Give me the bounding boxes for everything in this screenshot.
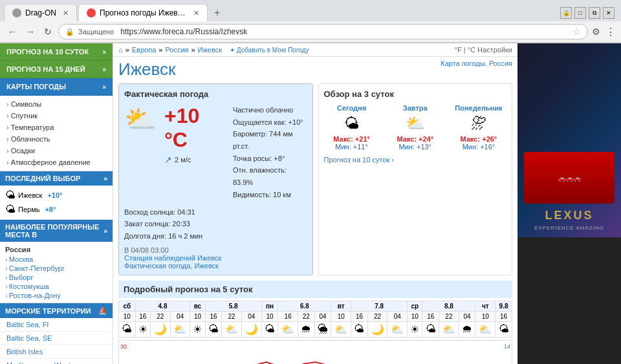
units-selector[interactable]: °F | °C Настройки [455,46,512,54]
breadcrumb-europe[interactable]: Европа [132,46,157,54]
sun-info: Восход солнца: 04:31 Закат солнца: 20:33… [124,206,307,242]
right-advertisement: 🚗🚗🚗 LEXUS EXPERIENCE AMAZING [518,43,621,364]
wi21: ⛅ [475,321,496,337]
overview-title: Обзор на 3 суток [324,89,507,99]
address-bar[interactable]: 🔒 Защищено https://www.foreca.ru/Russia/… [58,24,588,39]
forecast-15-button[interactable]: ПРОГНОЗ НА 15 ДНЕЙ » [0,61,113,78]
sidebar-item-clouds[interactable]: Облачность [0,133,113,145]
sidebar-item-temperature[interactable]: Температура [0,122,113,133]
day-tomorrow-max: Макс: +24° [387,135,443,143]
overview-panel: Обзор на 3 суток Сегодня 🌤 Макс: +21° Ми… [318,83,513,275]
chart-label-30: 30 [120,343,127,350]
chart-label-14: 14 [504,343,510,350]
maps-items-section: Символы Спутник Температура Облачность О… [0,96,113,171]
forecast-10-arrow: » [102,48,106,56]
popular-item-vyborg[interactable]: Выборг [5,273,107,282]
h1: 10 [119,311,136,321]
add-to-my-weather[interactable]: ✦ Добавить в Мою Погоду [230,47,309,54]
tab-drag-on-title: Drag-ON [25,8,56,17]
page-wrapper: ПРОГНОЗ НА 10 СУТОК » ПРОГНОЗ НА 15 ДНЕЙ… [0,43,621,364]
detailed-title: Подробный прогноз на 5 суток [118,281,512,298]
day-tue: вт [331,301,351,311]
overview-day-today: Сегодня 🌤 Макс: +21° Мин: +11° [324,104,380,151]
overview-day-monday: Понедельник ⛈ Макс: +26° Мин: +16° [451,104,507,151]
address-text[interactable]: https://www.foreca.ru/Russia/Izhevsk [120,27,569,36]
wind-display: ↗ 2 м/с [164,155,225,165]
h20: 04 [459,311,475,321]
back-button[interactable]: ← [5,25,19,38]
h17: 10 [408,311,422,321]
marine-item-baltic-fi[interactable]: Baltic Sea, FI [0,318,113,332]
breadcrumb-sep3: » [191,46,195,54]
extensions-icon[interactable]: ⚙ [592,27,600,37]
current-weather-panel: Фактическая погода ⛅ +10 °C ↗ 2 м/с Част… [118,83,313,275]
condition: Частично облачно [233,104,307,116]
marine-item-mediterranean[interactable]: Mediterranean West [0,359,113,364]
h3: 22 [151,311,171,321]
close-button[interactable]: ✕ [603,7,615,19]
wi5: ☀ [190,321,205,337]
h5: 10 [190,311,205,321]
visibility: Видимость: 10 км [233,189,307,201]
recent-item-perm[interactable]: 🌤 Пермь +8° [5,202,107,217]
perm-weather-icon: 🌤 [5,204,16,215]
current-weather-title: Фактическая погода [124,89,307,99]
h8: 04 [241,311,261,321]
window-controls: 🔒 □ ⧉ ✕ [558,5,617,21]
popular-item-rostov[interactable]: Ростов-на-Дону [5,291,107,300]
wi18: 🌤 [422,321,439,337]
sidebar-item-symbols[interactable]: Символы [0,98,113,110]
tab-drag-on[interactable]: Drag-ON ✕ [4,4,77,21]
main-content: ⌂ » Европа » Россия » Ижевск ✦ Добавить … [113,43,518,364]
lexus-ad[interactable]: 🚗🚗🚗 LEXUS EXPERIENCE AMAZING [518,43,621,237]
station-link[interactable]: Фактическая погода, Ижевск [124,262,219,270]
breadcrumb-russia[interactable]: Россия [165,46,188,54]
minimize-button[interactable]: 🔒 [560,7,572,19]
popular-item-kostomuksha[interactable]: Костомукша [5,282,107,291]
new-tab-button[interactable]: + [209,5,225,21]
restore-button[interactable]: □ [574,7,586,19]
h14: 16 [351,311,368,321]
tab-foreca-close[interactable]: ✕ [193,9,199,17]
marine-item-british-isles[interactable]: British Isles [0,345,113,359]
recent-item-izhevsk[interactable]: 🌤 Ижевск +10° [5,188,107,202]
reload-button[interactable]: ↻ [41,25,54,38]
tab-foreca[interactable]: Прогноз погоды Ижевс... ✕ [78,4,208,21]
h4: 04 [170,311,190,321]
sidebar-item-pressure[interactable]: Атмосферное давление [0,156,113,168]
breadcrumb-izhevsk[interactable]: Ижевск [198,46,222,54]
day-monday-icon: ⛈ [451,114,507,133]
menu-icon[interactable]: ⋮ [605,26,616,38]
sidebar-item-precipitation[interactable]: Осадки [0,145,113,156]
current-details: Частично облачно Ощущается как: +10° Бар… [233,104,307,201]
forecast-10-button[interactable]: ПРОГНОЗ НА 10 СУТОК » [0,43,113,61]
maps-button[interactable]: КАРТЫ ПОГОДЫ » [0,78,113,96]
wi11: 🌧 [298,321,314,337]
station-name[interactable]: Станция наблюдений Ижевск [124,254,221,262]
marine-item-baltic-se[interactable]: Baltic Sea, SE [0,332,113,345]
izhevsk-city-name: Ижевск [18,191,42,199]
dew-point: Точка росы: +8° [233,153,307,165]
izhevsk-weather-icon: 🌤 [5,189,16,201]
h21: 10 [475,311,496,321]
tab-drag-on-close[interactable]: ✕ [63,9,69,17]
lexus-tagline: EXPERIENCE AMAZING [534,225,604,231]
sidebar: ПРОГНОЗ НА 10 СУТОК » ПРОГНОЗ НА 15 ДНЕЙ… [0,43,113,364]
maximize-button[interactable]: ⧉ [589,7,600,19]
popular-section: Россия Москва Санкт-Петербург Выборг Кос… [0,242,113,303]
marine-header-icon: ⛵ [98,306,107,315]
sidebar-item-satellite[interactable]: Спутник [0,110,113,122]
overview-link[interactable]: Прогноз на 10 суток › [324,156,507,164]
forecast-10-link[interactable]: Прогноз на 10 суток › [324,156,394,164]
forecast-icons-row: 🌤☀🌙⛅ ☀🌤⛅🌙 🌤⛅🌧🌦 ⛅🌤🌙⛅ ☀🌤⛅🌧 ⛅🌤 [119,321,512,337]
forward-button[interactable]: → [23,25,38,38]
bookmark-star-icon[interactable]: ☆ [572,27,581,37]
popular-item-moscow[interactable]: Москва [5,255,107,264]
wi15: 🌙 [367,321,387,337]
weather-panels: Фактическая погода ⛅ +10 °C ↗ 2 м/с Част… [113,81,518,278]
temperature-chart [132,341,499,364]
popular-item-spb[interactable]: Санкт-Петербург [5,264,107,273]
day-wed: ср [408,301,422,311]
map-link[interactable]: Карта погоды, Россия [441,59,512,67]
day-mon-date: 6.8 [278,301,331,311]
